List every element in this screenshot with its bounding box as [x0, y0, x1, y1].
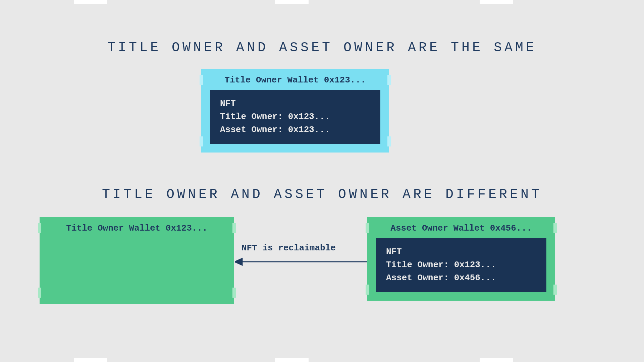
box-tick: [38, 288, 41, 298]
nft-card: NFT Title Owner: 0x123... Asset Owner: 0…: [210, 90, 380, 144]
title-owner-wallet-diff: Title Owner Wallet 0x123...: [40, 217, 234, 304]
wallet-label: Asset Owner Wallet 0x456...: [376, 223, 546, 233]
frame-tick: [275, 358, 309, 362]
nft-asset-owner: Asset Owner: 0x456...: [386, 272, 536, 285]
box-tick: [200, 136, 203, 146]
wallet-label: Title Owner Wallet 0x123...: [48, 223, 225, 233]
box-tick: [232, 288, 236, 298]
box-tick: [366, 285, 369, 295]
box-tick: [553, 285, 557, 295]
heading-different-owner: TITLE OWNER AND ASSET OWNER ARE DIFFEREN…: [0, 187, 644, 202]
box-tick: [387, 75, 391, 85]
title-owner-wallet-same: Title Owner Wallet 0x123... NFT Title Ow…: [201, 69, 389, 153]
nft-title: NFT: [386, 245, 536, 258]
frame-tick: [480, 358, 513, 362]
frame-tick: [74, 0, 107, 4]
frame-tick: [275, 0, 309, 4]
box-tick: [38, 223, 41, 233]
nft-title-owner: Title Owner: 0x123...: [386, 258, 536, 272]
box-tick: [387, 136, 391, 146]
asset-owner-wallet-diff: Asset Owner Wallet 0x456... NFT Title Ow…: [367, 217, 555, 301]
box-tick: [366, 223, 369, 233]
nft-title: NFT: [220, 97, 370, 110]
nft-card: NFT Title Owner: 0x123... Asset Owner: 0…: [376, 238, 546, 292]
svg-marker-1: [235, 258, 242, 265]
box-tick: [200, 75, 203, 85]
reclaim-arrow: NFT is reclaimable: [235, 243, 367, 270]
frame-tick: [74, 358, 107, 362]
box-tick: [232, 223, 236, 233]
arrow-label: NFT is reclaimable: [241, 243, 336, 253]
wallet-label: Title Owner Wallet 0x123...: [210, 75, 380, 85]
frame-tick: [480, 0, 513, 4]
nft-asset-owner: Asset Owner: 0x123...: [220, 123, 370, 136]
box-tick: [553, 223, 557, 233]
nft-title-owner: Title Owner: 0x123...: [220, 110, 370, 123]
heading-same-owner: TITLE OWNER AND ASSET OWNER ARE THE SAME: [0, 40, 644, 55]
